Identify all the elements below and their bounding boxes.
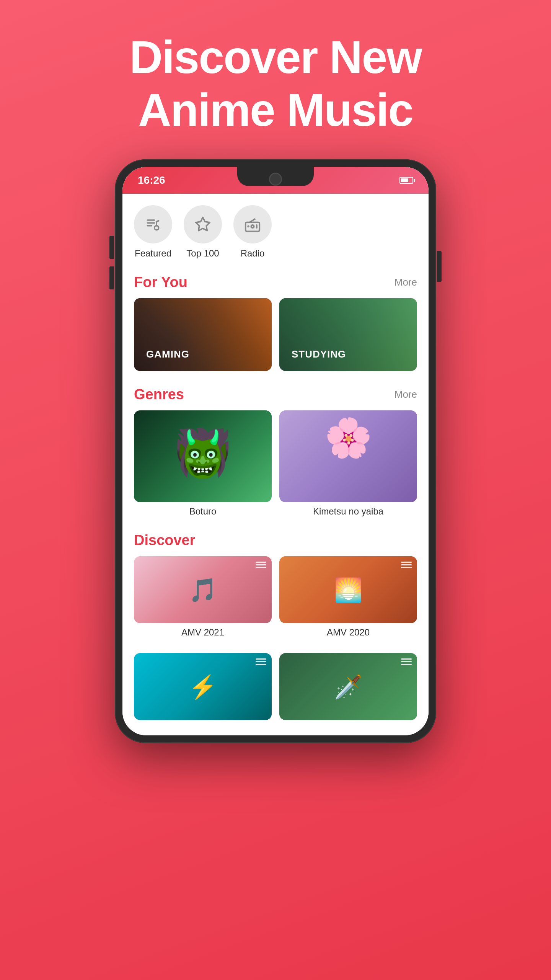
discover-header: Discover [134, 532, 417, 549]
radio-icon-circle [233, 205, 272, 243]
phone-mockup: 16:26 [115, 159, 436, 743]
studying-card[interactable]: STUDYING [279, 298, 417, 371]
nav-icons: Featured Top 100 [134, 205, 417, 259]
top100-icon-circle [184, 205, 222, 243]
svg-marker-6 [196, 217, 210, 231]
gaming-card-label: GAMING [146, 348, 189, 360]
genres-header: Genres More [134, 386, 417, 403]
battery-icon [399, 177, 413, 184]
genres-cards: Boturo Kimetsu no yaiba [134, 410, 417, 517]
gaming-card[interactable]: GAMING [134, 298, 272, 371]
top100-label: Top 100 [186, 248, 219, 259]
amv2021-image [134, 556, 272, 623]
amv2021-label: AMV 2021 [134, 627, 272, 638]
for-you-title: For You [134, 274, 187, 291]
phone-notch [237, 167, 314, 186]
app-content: Featured Top 100 [122, 194, 429, 735]
studying-card-label: STUDYING [292, 348, 346, 360]
amv2020-image [279, 556, 417, 623]
amv4-image [279, 653, 417, 720]
amv2020-menu-icon [401, 562, 412, 568]
for-you-header: For You More [134, 274, 417, 291]
svg-point-8 [251, 225, 254, 228]
boturo-card[interactable]: Boturo [134, 410, 272, 517]
nav-featured[interactable]: Featured [134, 205, 172, 259]
amv2020-label: AMV 2020 [279, 627, 417, 638]
for-you-cards: GAMING STUDYING [134, 298, 417, 371]
music-list-icon [145, 216, 161, 233]
amv3-menu-icon [256, 658, 266, 665]
status-time: 16:26 [138, 174, 165, 186]
status-icons [399, 177, 413, 184]
nav-radio[interactable]: Radio [233, 205, 272, 259]
discover-cards-row1: AMV 2021 AMV 2020 [134, 556, 417, 638]
amv2020-card[interactable]: AMV 2020 [279, 556, 417, 638]
boturo-label: Boturo [134, 506, 272, 517]
amv3-image [134, 653, 272, 720]
radio-label: Radio [241, 248, 265, 259]
gaming-card-image: GAMING [134, 298, 272, 371]
amv2021-menu-icon [256, 562, 266, 568]
volume-buttons [109, 236, 114, 289]
genres-title: Genres [134, 386, 184, 403]
amv4-card[interactable] [279, 653, 417, 720]
studying-card-image: STUDYING [279, 298, 417, 371]
discover-cards-row2 [134, 653, 417, 720]
star-icon [194, 216, 211, 233]
boturo-card-image [134, 410, 272, 502]
hero-title: Discover New Anime Music [99, 31, 452, 136]
discover-title: Discover [134, 532, 196, 549]
for-you-more[interactable]: More [395, 276, 417, 288]
radio-icon [244, 216, 261, 233]
kimetsu-card[interactable]: Kimetsu no yaiba [279, 410, 417, 517]
featured-icon-circle [134, 205, 172, 243]
featured-label: Featured [135, 248, 171, 259]
kimetsu-label: Kimetsu no yaiba [279, 506, 417, 517]
genres-more[interactable]: More [395, 389, 417, 400]
nav-top100[interactable]: Top 100 [184, 205, 222, 259]
amv3-card[interactable] [134, 653, 272, 720]
svg-line-5 [156, 221, 159, 222]
amv4-menu-icon [401, 658, 412, 665]
power-button [437, 251, 442, 282]
amv2021-card[interactable]: AMV 2021 [134, 556, 272, 638]
kimetsu-card-image [279, 410, 417, 502]
